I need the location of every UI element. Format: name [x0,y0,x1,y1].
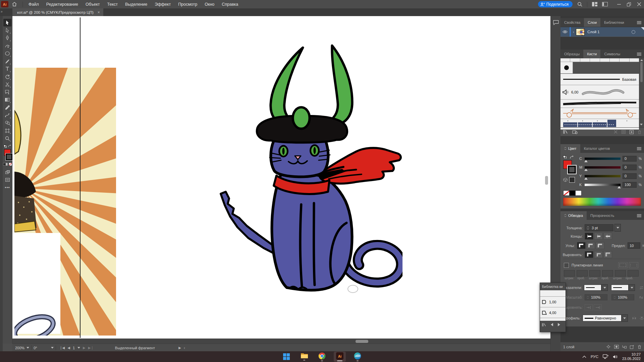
toolbar-expand-icon[interactable]: » [1,10,3,13]
tab-color-guide[interactable]: Каталог цветов [580,144,614,153]
layer-name[interactable]: Слой 1 [587,30,599,34]
locate-object-icon[interactable] [606,345,611,349]
document-tab[interactable]: кот.ai* @ 200 % (CMYK/Предпросмотр ЦП) × [12,8,103,16]
arrange-documents-icon[interactable] [592,2,597,6]
gradient-mode-icon[interactable] [6,163,9,166]
comments-panel-icon[interactable] [553,20,559,25]
cap-butt-button[interactable] [585,233,593,240]
new-layer-icon[interactable] [630,345,634,349]
join-round-button[interactable] [586,242,595,249]
tab-libraries[interactable]: Библиотеки [600,18,628,27]
tab-brushes[interactable]: Кисти [583,50,600,58]
drawing-modes-button[interactable] [3,168,11,176]
none-mode-icon[interactable] [9,163,12,166]
arrowhead-end-chevron[interactable] [629,284,635,291]
brush-library-item-1[interactable]: 1,00 [540,297,566,307]
yellow-value-field[interactable]: 0 [623,173,637,179]
magenta-value-field[interactable]: 0 [623,165,637,170]
blend-tool[interactable] [3,111,11,119]
default-fill-stroke-icon[interactable] [4,145,7,148]
menu-view[interactable]: Просмотр [174,0,201,8]
first-artboard-icon[interactable]: ❘◀ [58,346,66,350]
align-stroke-center-button[interactable] [585,251,593,258]
stroke-color-swatch[interactable] [6,154,12,160]
menu-help[interactable]: Справка [218,0,242,8]
hidden-icons-chevron[interactable] [582,356,586,358]
black-value-field[interactable]: 100 [623,182,637,188]
next-library-icon[interactable] [557,323,560,326]
scissors-tool[interactable] [3,80,11,88]
gradient-tool[interactable] [3,96,11,104]
next-artboard-icon[interactable]: ▶ [82,346,87,350]
swap-fill-stroke-icon[interactable] [8,145,11,148]
cyan-value-field[interactable]: 0 [623,156,637,162]
illustrator-taskbar-icon[interactable]: Ai [334,352,346,362]
taskbar-clock[interactable]: 10:27 23.05.2022 [622,352,641,361]
menu-edit[interactable]: Редактирование [43,0,82,8]
profile-chevron[interactable] [622,314,628,322]
network-icon[interactable] [603,354,608,359]
tab-properties[interactable]: Свойства [560,18,584,27]
align-stroke-inside-button[interactable] [594,251,603,258]
yellow-slider[interactable] [585,175,621,177]
brush-item-ornament[interactable] [560,108,639,119]
ellipse-tool[interactable] [3,50,11,57]
canvas-viewport[interactable] [12,16,550,339]
canvas-horizontal-scrollbar-thumb[interactable] [356,340,368,343]
join-miter-button[interactable] [577,242,586,249]
swap-fill-stroke-icon[interactable] [570,156,574,159]
menu-type[interactable]: Текст [104,0,121,8]
canvas-horizontal-scrollbar[interactable] [12,339,550,344]
dashed-line-checkbox[interactable] [564,263,569,268]
arrowhead-end-dropdown[interactable] [611,285,629,291]
paintbrush-tool[interactable] [3,57,11,65]
align-stroke-outside-button[interactable] [603,251,612,258]
gamut-color-swatch[interactable] [569,177,575,183]
tab-close-icon[interactable]: × [98,10,100,15]
workspace-switcher-icon[interactable] [602,2,608,6]
panel-menu-icon[interactable] [634,18,644,27]
previous-library-icon[interactable] [550,323,553,326]
tab-color[interactable]: Цвет [560,144,580,153]
home-icon[interactable] [8,0,20,8]
comment-tool[interactable] [3,88,11,96]
weight-dropdown-button[interactable] [614,224,621,232]
brush-library-item-2[interactable]: 4,00 [540,307,566,318]
canvas-vertical-scrollbar-thumb[interactable] [545,176,548,185]
brush-libraries-icon[interactable] [563,130,568,134]
file-explorer-taskbar-icon[interactable] [298,352,310,362]
menu-window[interactable]: Окно [201,0,218,8]
library-panel-icon[interactable] [572,130,578,134]
tab-layers[interactable]: Слои [584,18,600,27]
stroke-color-well[interactable] [568,166,576,174]
menu-file[interactable]: Файл [25,0,43,8]
zoom-level-dropdown[interactable]: 200% [12,346,29,350]
none-swatch[interactable] [563,190,570,196]
new-sublayer-icon[interactable] [622,345,627,349]
tab-swatches[interactable]: Образцы [560,50,583,58]
screen-mode-button[interactable] [3,176,11,184]
default-fill-stroke-icon[interactable] [563,156,567,159]
arrowhead-start-dropdown[interactable] [584,285,601,291]
artboard-tool[interactable] [3,127,11,134]
black-slider[interactable] [585,184,621,186]
edge-taskbar-icon[interactable] [352,352,364,362]
status-menu-arrow-icon[interactable]: ▶ [177,346,182,350]
panel-menu-icon[interactable] [634,211,644,220]
color-spectrum-bar[interactable] [563,198,641,206]
shape-builder-tool[interactable] [3,119,11,127]
stepper-icon[interactable] [587,226,589,230]
white-swatch[interactable] [576,190,582,196]
pen-tool[interactable] [3,34,11,42]
layer-target-circle[interactable] [632,30,635,34]
slider-handle[interactable] [618,186,621,188]
eyedropper-tool[interactable] [3,104,11,111]
slider-handle[interactable] [584,160,588,162]
start-button[interactable] [280,352,292,362]
rotation-dropdown[interactable]: 0° [34,346,54,350]
tab-stroke[interactable]: Обводка [560,211,587,220]
brush-scrollbar-thumb[interactable] [640,62,643,82]
menu-select[interactable]: Выделение [121,0,151,8]
scroll-left-icon[interactable]: ‹ [184,345,185,350]
brush-grid-strip[interactable] [560,58,639,62]
